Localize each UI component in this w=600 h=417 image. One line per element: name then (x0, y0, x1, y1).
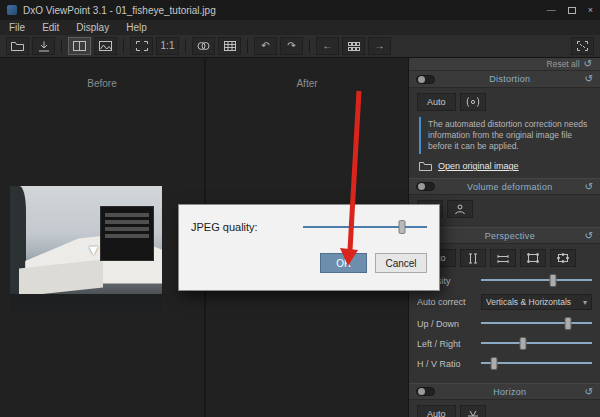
image-icon (99, 41, 112, 51)
app-icon (7, 5, 17, 15)
export-button[interactable] (32, 37, 55, 55)
horizon-header: Horizon ↺ (409, 383, 600, 400)
volume-title: Volume deformation (435, 182, 585, 192)
chevron-down-icon: ▾ (583, 298, 587, 307)
maximize-button[interactable] (568, 7, 576, 14)
prev-image-button[interactable]: ← (316, 37, 339, 55)
eight-points-tool-button[interactable] (550, 249, 576, 267)
rectangle-tool-button[interactable] (520, 249, 546, 267)
reset-all-icon[interactable]: ↺ (584, 59, 592, 69)
hv-ratio-label: H / V Ratio (417, 359, 481, 369)
distortion-title: Distortion (435, 74, 585, 84)
split-compare-button[interactable] (68, 37, 91, 55)
rectangle-icon (527, 253, 539, 263)
up-down-slider[interactable] (481, 317, 592, 330)
reset-all-bar: Reset all ↺ (409, 58, 600, 71)
left-right-label: Left / Right (417, 339, 481, 349)
volume-toggle[interactable] (416, 182, 435, 191)
left-right-slider[interactable] (481, 337, 592, 350)
fit-screen-button[interactable] (130, 37, 153, 55)
overlay-blend-button[interactable] (192, 37, 215, 55)
open-folder-icon (11, 41, 24, 51)
grid-icon (224, 41, 236, 51)
volume-portrait-button[interactable] (447, 200, 473, 218)
export-icon (38, 41, 50, 52)
toolbar-separator (185, 39, 186, 53)
grid-button[interactable] (218, 37, 241, 55)
perspective-title: Perspective (435, 231, 585, 241)
jpeg-quality-label: JPEG quality: (191, 221, 303, 233)
thumbnails-button[interactable] (342, 37, 365, 55)
horizon-auto-button[interactable]: Auto (417, 405, 456, 417)
jpeg-quality-slider[interactable] (303, 220, 427, 234)
minimize-button[interactable]: — (547, 5, 556, 15)
hv-ratio-slider[interactable] (481, 357, 592, 370)
vertical-parallels-icon (467, 253, 479, 264)
toolbar-separator (309, 39, 310, 53)
thumbnails-grid-icon (348, 42, 360, 51)
distortion-auto-button[interactable]: Auto (417, 93, 456, 111)
fullscreen-button[interactable] (571, 37, 594, 55)
distortion-header: Distortion ↺ (409, 71, 600, 88)
after-label: After (206, 78, 408, 89)
rotate-right-button[interactable]: ↷ (280, 37, 303, 55)
blend-circles-icon (197, 41, 210, 51)
volume-reset-icon[interactable]: ↺ (585, 182, 593, 192)
force-vertical-parallels-button[interactable] (460, 249, 486, 267)
horizon-reset-icon[interactable]: ↺ (585, 387, 593, 397)
jpeg-quality-dialog: JPEG quality: OK Cancel (178, 204, 440, 291)
horizontal-parallels-icon (497, 253, 509, 264)
before-label: Before (0, 78, 204, 89)
horizon-title: Horizon (435, 387, 585, 397)
actual-size-button[interactable]: 1:1 (156, 37, 179, 55)
cancel-button[interactable]: Cancel (375, 253, 427, 273)
title-bar: DxO ViewPoint 3.1 - 01_fisheye_tutorial.… (0, 0, 600, 20)
split-view-icon (73, 41, 86, 51)
fit-screen-icon (136, 41, 148, 51)
window-title: DxO ViewPoint 3.1 - 01_fisheye_tutorial.… (23, 5, 216, 16)
fisheye-correction-button[interactable] (460, 93, 486, 111)
photo-down-arrow-icon: ▼ (86, 241, 101, 258)
menu-bar: File Edit Display Help (0, 20, 600, 35)
horizon-level-button[interactable] (460, 405, 486, 417)
menu-display[interactable]: Display (76, 22, 109, 33)
toolbar-separator (61, 39, 62, 53)
close-button[interactable]: × (588, 5, 593, 15)
distortion-reset-icon[interactable]: ↺ (585, 74, 593, 84)
menu-file[interactable]: File (9, 22, 25, 33)
photo-inset-panel (100, 206, 155, 261)
eight-points-icon (557, 253, 569, 263)
before-pane: Before ▼ (0, 58, 204, 417)
toolbar: 1:1 ↶ ↷ ← → (0, 35, 600, 58)
next-image-button[interactable]: → (368, 37, 391, 55)
app-window: DxO ViewPoint 3.1 - 01_fisheye_tutorial.… (0, 0, 600, 417)
menu-help[interactable]: Help (126, 22, 147, 33)
distortion-toggle[interactable] (416, 75, 435, 84)
photo-ground (10, 294, 162, 312)
open-original-image-link[interactable]: Open original image (438, 161, 519, 171)
volume-header: Volume deformation ↺ (409, 178, 600, 195)
open-image-button[interactable] (6, 37, 29, 55)
reset-all-label[interactable]: Reset all (547, 59, 580, 69)
level-icon (467, 409, 479, 417)
fisheye-icon (466, 97, 480, 107)
rotate-left-button[interactable]: ↶ (254, 37, 277, 55)
toolbar-separator (123, 39, 124, 53)
portrait-icon (454, 203, 466, 215)
fullscreen-expand-icon (577, 41, 588, 51)
before-photo-thumbnail[interactable]: ▼ (10, 186, 162, 311)
auto-correct-label: Auto correct (417, 297, 481, 307)
up-down-label: Up / Down (417, 319, 481, 329)
horizon-toggle[interactable] (416, 387, 435, 396)
open-folder-icon (419, 161, 432, 171)
distortion-info-text: The automated distortion correction need… (419, 117, 592, 154)
auto-correct-value: Verticals & Horizontals (486, 297, 580, 307)
intensity-slider[interactable] (481, 274, 592, 287)
force-horizontal-parallels-button[interactable] (490, 249, 516, 267)
single-view-button[interactable] (94, 37, 117, 55)
auto-correct-dropdown[interactable]: Verticals & Horizontals ▾ (481, 294, 592, 310)
perspective-reset-icon[interactable]: ↺ (585, 231, 593, 241)
menu-edit[interactable]: Edit (42, 22, 59, 33)
toolbar-separator (247, 39, 248, 53)
ok-button[interactable]: OK (320, 253, 367, 273)
